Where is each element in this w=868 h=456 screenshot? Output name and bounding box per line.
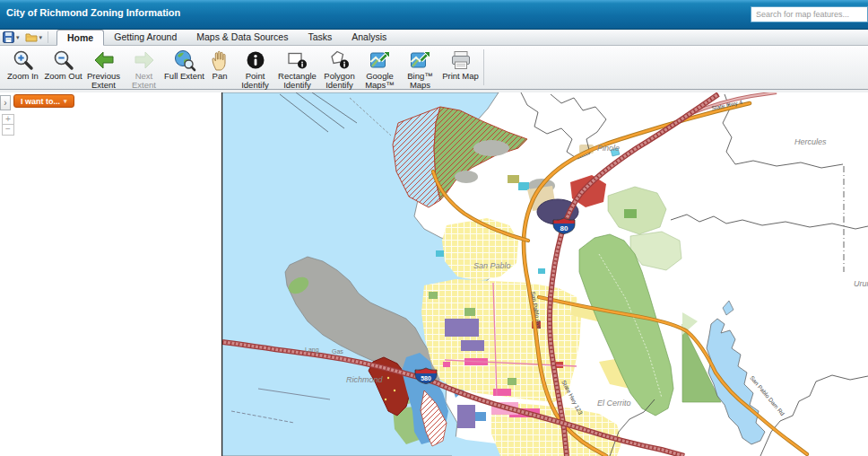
chevron-right-icon: ›	[4, 98, 6, 108]
google-maps-button[interactable]: Google Maps™	[360, 48, 400, 91]
map-zoom-control: + −	[2, 114, 14, 136]
full-extent-icon	[173, 48, 196, 72]
full-extent-button[interactable]: Full Extent	[164, 48, 204, 81]
previous-extent-icon	[92, 48, 116, 72]
save-project-button[interactable]: ▾	[0, 30, 22, 45]
open-project-button[interactable]: ▾	[22, 30, 46, 45]
open-icon	[25, 31, 38, 43]
toolbar-label: Previous Extent	[83, 72, 124, 91]
map-label-san-pablo: San Pablo	[473, 261, 511, 270]
map-label-el-cerrito: El Cerrito	[597, 399, 631, 408]
toolbar-label: Bing™ Maps	[400, 72, 440, 91]
toolbar-label: Pan	[213, 72, 228, 81]
panel-expander-button[interactable]: ›	[0, 95, 11, 110]
print-map-button[interactable]: Print Map	[440, 48, 481, 81]
toolbar-label: Polygon Identify	[319, 72, 360, 91]
search-input[interactable]	[751, 6, 868, 22]
zoom-out-button[interactable]: Zoom Out	[43, 48, 83, 81]
tab-maps-data-sources[interactable]: Maps & Data Sources	[187, 30, 298, 45]
map-canvas[interactable]: 80 580 San Pablo Richmond Pinole H	[222, 92, 868, 456]
tab-home[interactable]: Home	[56, 30, 104, 46]
toolbar-label: Google Maps™	[360, 72, 400, 91]
pan-icon	[208, 48, 231, 72]
i-want-to-button[interactable]: I want to... ▾	[13, 94, 74, 108]
content-area: › I want to... ▾ + −	[0, 90, 868, 456]
toolbar-label: Print Map	[442, 72, 479, 81]
next-extent-icon	[133, 48, 156, 72]
zoom-in-button[interactable]: Zoom In	[3, 48, 43, 81]
map-label-gas: Gas	[332, 348, 343, 355]
pan-button[interactable]: Pan	[204, 48, 235, 81]
previous-extent-button[interactable]: Previous Extent	[83, 48, 124, 91]
open-caret-icon[interactable]: ▾	[39, 34, 43, 40]
app-window: City of Richmond Zoning Information ▾ ▾ …	[0, 0, 868, 456]
bing-maps-button[interactable]: Bing™ Maps	[400, 48, 440, 91]
google-maps-icon	[369, 48, 392, 72]
chevron-down-icon: ▾	[64, 98, 67, 104]
map-label-richmond: Richmond	[346, 375, 384, 384]
rectangle-identify-button[interactable]: Rectangle Identify	[275, 48, 319, 91]
map-frame: 80 580 San Pablo Richmond Pinole H	[221, 92, 868, 456]
map-label-pinole: Pinole	[597, 144, 620, 153]
map-zoom-out-button[interactable]: −	[2, 125, 14, 136]
polygon-identify-button[interactable]: Polygon Identify	[319, 48, 360, 91]
toolbar: Zoom In Zoom Out Previous Extent Next Ex…	[0, 46, 868, 90]
zoom-out-icon	[52, 48, 75, 72]
map-label-urun: Urun	[854, 279, 868, 288]
toolbar-label: Next Extent	[124, 72, 164, 91]
toolbar-separator	[483, 49, 484, 85]
toolbar-label: Full Extent	[164, 72, 204, 81]
toolbar-label: Rectangle Identify	[275, 72, 319, 91]
point-identify-icon	[244, 48, 267, 72]
map-label-hercules: Hercules	[794, 137, 827, 146]
tab-strip: Home Getting Around Maps & Data Sources …	[56, 30, 396, 45]
svg-text:80: 80	[560, 224, 569, 232]
tab-getting-around[interactable]: Getting Around	[104, 30, 187, 45]
bing-maps-icon	[409, 48, 432, 72]
title-bar: City of Richmond Zoning Information	[0, 0, 868, 30]
svg-text:580: 580	[421, 375, 431, 381]
tab-tasks[interactable]: Tasks	[298, 30, 342, 45]
point-identify-button[interactable]: Point Identify	[235, 48, 275, 91]
save-caret-icon[interactable]: ▾	[16, 34, 20, 40]
menu-separator	[48, 31, 48, 43]
toolbar-label: Zoom Out	[44, 72, 82, 81]
polygon-identify-icon	[328, 48, 352, 72]
side-panel: › I want to... ▾ + −	[0, 92, 221, 456]
next-extent-button: Next Extent	[124, 48, 164, 91]
rectangle-identify-icon	[286, 48, 309, 72]
toolbar-label: Zoom In	[7, 72, 39, 81]
map-label-lang: Lang	[305, 346, 319, 354]
tab-analysis[interactable]: Analysis	[342, 30, 396, 45]
menu-bar: ▾ ▾ Home Getting Around Maps & Data Sour…	[0, 30, 868, 46]
page-title: City of Richmond Zoning Information	[6, 7, 180, 18]
zoom-in-icon	[12, 48, 35, 72]
i-want-to-label: I want to...	[21, 97, 60, 106]
toolbar-label: Point Identify	[235, 72, 275, 91]
print-map-icon	[449, 48, 473, 72]
save-icon	[3, 31, 14, 43]
